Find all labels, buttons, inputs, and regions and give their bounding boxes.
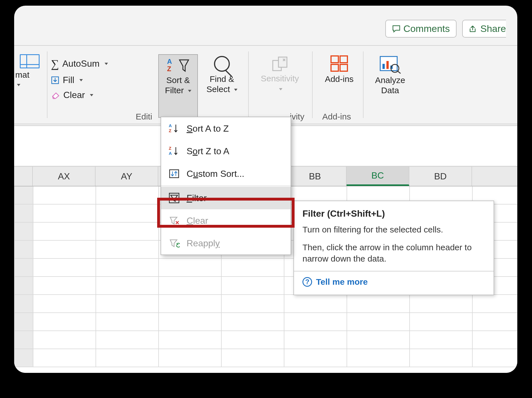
fill-icon xyxy=(51,76,59,84)
chevron-down-icon xyxy=(279,88,282,90)
svg-text:A: A xyxy=(169,123,172,128)
group-divider xyxy=(47,51,47,118)
menu-sort-az[interactable]: A Z Sort A to Z xyxy=(161,117,291,140)
comment-icon xyxy=(392,25,401,33)
clear-filter-icon xyxy=(168,214,180,227)
menu-label: Custom Sort... xyxy=(187,169,245,179)
menu-reapply: Reapply xyxy=(161,232,291,255)
chevron-down-icon xyxy=(234,89,237,91)
menu-label: Reapply xyxy=(187,238,220,249)
menu-custom-sort[interactable]: Custom Sort... xyxy=(161,162,291,185)
column-header[interactable]: AX xyxy=(33,167,96,186)
app-window: Comments Share mat ∑ AutoSum xyxy=(14,6,517,373)
chevron-down-icon[interactable] xyxy=(79,79,83,81)
magnifier-icon xyxy=(214,56,230,72)
sort-az-icon: A Z xyxy=(168,122,180,135)
column-header[interactable]: AY xyxy=(96,167,158,186)
menu-clear-filter: Clear xyxy=(161,209,291,232)
svg-rect-10 xyxy=(382,64,385,69)
svg-text:A: A xyxy=(167,58,172,65)
menu-sort-za[interactable]: Z A Sort Z to A xyxy=(161,140,291,162)
clear-label: Clear xyxy=(63,90,85,100)
column-header-selected[interactable]: BC xyxy=(347,167,409,186)
select-all-corner[interactable] xyxy=(14,167,33,186)
editing-stack: ∑ AutoSum Fill Clear xyxy=(51,57,108,100)
tooltip-body: Then, click the arrow in the column head… xyxy=(302,242,485,265)
column-header[interactable]: BB xyxy=(284,167,347,186)
group-divider xyxy=(312,51,313,118)
sigma-icon: ∑ xyxy=(51,57,59,70)
comments-label: Comments xyxy=(403,23,450,34)
tooltip-link-label: Tell me more xyxy=(316,277,368,287)
chevron-down-icon xyxy=(188,90,191,92)
format-button[interactable]: mat xyxy=(14,54,44,89)
comments-button[interactable]: Comments xyxy=(385,20,457,38)
chevron-down-icon[interactable] xyxy=(90,94,93,96)
share-icon xyxy=(469,25,477,33)
menu-label: Sort Z to A xyxy=(187,146,229,156)
svg-rect-5 xyxy=(331,56,338,63)
find-select-button[interactable]: Find & Select xyxy=(201,54,243,94)
svg-rect-19 xyxy=(170,170,179,178)
sort-filter-button[interactable]: A Z Sort & Filter xyxy=(158,54,198,118)
column-header[interactable]: BD xyxy=(409,167,472,186)
menu-separator xyxy=(161,186,291,186)
menu-filter[interactable]: Filter xyxy=(161,187,291,209)
eraser-icon xyxy=(51,91,60,99)
fill-label: Fill xyxy=(63,75,74,85)
autosum-label: AutoSum xyxy=(62,58,100,69)
group-label-editing: Editi xyxy=(136,112,152,121)
funnel-icon xyxy=(168,192,180,204)
share-button[interactable]: Share xyxy=(462,20,506,38)
svg-rect-6 xyxy=(340,56,347,63)
menu-label: Sort A to Z xyxy=(187,123,229,134)
group-label-addins: Add-ins xyxy=(322,112,351,121)
svg-text:Z: Z xyxy=(169,128,171,133)
autosum-button[interactable]: ∑ AutoSum xyxy=(51,57,108,70)
sensitivity-icon xyxy=(270,55,290,72)
tell-me-more-link[interactable]: ? Tell me more xyxy=(302,277,485,287)
svg-text:Z: Z xyxy=(167,65,171,73)
addins-label: Add-ins xyxy=(318,74,360,84)
svg-line-14 xyxy=(398,71,401,73)
sort-za-icon: Z A xyxy=(168,145,180,157)
menu-label: Filter xyxy=(187,193,207,203)
tooltip-body: Turn on filtering for the selected cells… xyxy=(302,224,485,236)
tooltip-separator xyxy=(294,271,494,271)
chevron-down-icon xyxy=(17,84,20,86)
help-icon: ? xyxy=(302,277,312,287)
svg-rect-20 xyxy=(169,193,179,203)
column-header[interactable] xyxy=(472,167,517,186)
group-label-sensitivity: ivity xyxy=(290,112,304,121)
sensitivity-button: Sensitivity xyxy=(254,54,305,94)
clear-button[interactable]: Clear xyxy=(51,90,108,100)
svg-text:Z: Z xyxy=(169,146,171,151)
filter-tooltip: Filter (Ctrl+Shift+L) Turn on filtering … xyxy=(293,201,494,295)
tooltip-title: Filter (Ctrl+Shift+L) xyxy=(302,208,485,219)
addins-icon xyxy=(329,54,349,73)
svg-text:A: A xyxy=(169,151,172,156)
format-icon xyxy=(20,54,40,68)
group-divider xyxy=(363,51,364,118)
sort-az-icon: A Z xyxy=(166,58,178,73)
svg-rect-11 xyxy=(386,61,389,69)
fill-button[interactable]: Fill xyxy=(51,75,108,85)
svg-rect-4 xyxy=(278,57,287,67)
svg-rect-8 xyxy=(340,64,347,71)
group-divider xyxy=(248,51,249,118)
share-label: Share xyxy=(480,23,506,34)
reapply-icon xyxy=(168,237,180,249)
funnel-icon xyxy=(178,58,190,73)
titlebar-actions: Comments Share xyxy=(385,20,506,38)
analyze-data-button[interactable]: Analyze Data xyxy=(367,54,413,95)
sort-filter-dropdown: A Z Sort A to Z Z A Sort Z to A xyxy=(161,117,291,255)
chevron-down-icon[interactable] xyxy=(105,63,108,65)
custom-sort-icon xyxy=(168,168,180,180)
analyze-icon xyxy=(379,55,401,74)
addins-button[interactable]: Add-ins xyxy=(318,54,360,84)
ribbon: mat ∑ AutoSum Fill xyxy=(14,45,517,124)
menu-label: Clear xyxy=(187,216,208,226)
svg-rect-7 xyxy=(331,64,338,71)
